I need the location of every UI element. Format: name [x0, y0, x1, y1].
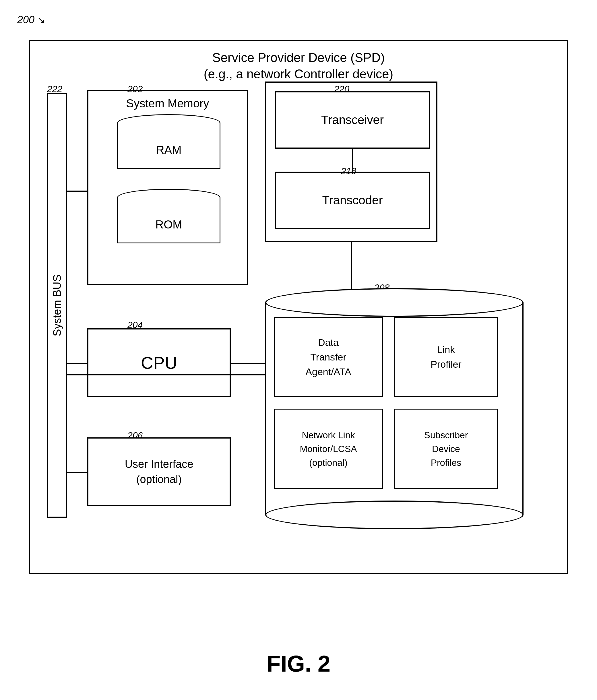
cpu-label: CPU — [141, 353, 177, 373]
ram-label: RAM — [118, 143, 220, 156]
storage-ellipse-top — [265, 288, 524, 317]
system-bus-bar: System BUS — [47, 93, 67, 518]
system-memory-box: System Memory RAM ROM — [87, 90, 248, 285]
data-transfer-box: DataTransferAgent/ATA — [274, 317, 383, 397]
main-box-title-line2: (e.g., a network Controller device) — [30, 66, 567, 82]
subscriber-device-label: SubscriberDeviceProfiles — [424, 428, 468, 470]
network-link-box: Network LinkMonitor/LCSA(optional) — [274, 409, 383, 489]
system-bus-label: System BUS — [51, 274, 64, 336]
ui-label: User Interface (optional) — [125, 457, 194, 487]
transcoder-box: Transcoder — [275, 172, 430, 229]
ram-cylinder-shape: RAM — [117, 114, 220, 177]
main-diagram-box: Service Provider Device (SPD) (e.g., a n… — [29, 40, 568, 574]
transceiver-label: Transceiver — [321, 113, 384, 127]
link-profiler-label: LinkProfiler — [430, 342, 462, 372]
transceiver-box: Transceiver — [275, 91, 430, 149]
rom-cylinder-shape: ROM — [117, 189, 220, 252]
cpu-box: CPU — [87, 328, 231, 397]
figure-ref-arrow: ↘ — [37, 15, 45, 26]
figure-caption: FIG. 2 — [0, 651, 597, 677]
rom-label: ROM — [118, 218, 220, 231]
connector-bus-to-ui — [67, 472, 87, 473]
connector-transceiver-transcoder — [352, 149, 353, 172]
main-box-title: Service Provider Device (SPD) (e.g., a n… — [30, 49, 567, 82]
system-memory-title: System Memory — [89, 97, 247, 110]
transcoder-label: Transcoder — [322, 194, 383, 207]
page: 200 ↘ Service Provider Device (SPD) (e.g… — [0, 0, 597, 700]
rom-body: ROM — [117, 197, 220, 243]
link-profiler-box: LinkProfiler — [394, 317, 498, 397]
right-outer-box: Transceiver 218 Transcoder — [265, 81, 438, 242]
network-link-label: Network LinkMonitor/LCSA(optional) — [300, 428, 357, 470]
rom-cylinder: ROM — [117, 189, 220, 252]
connector-bus-to-memory — [67, 191, 87, 192]
storage-ellipse-bottom — [265, 501, 524, 529]
connector-cpu-to-storage — [231, 363, 268, 364]
main-box-title-line1: Service Provider Device (SPD) — [30, 49, 567, 66]
subscriber-device-box: SubscriberDeviceProfiles — [394, 409, 498, 489]
connector-bus-to-cpu — [67, 363, 87, 364]
figure-reference: 200 ↘ — [17, 14, 45, 26]
ui-box: User Interface (optional) — [87, 438, 231, 506]
figure-ref-number: 200 — [17, 14, 34, 26]
ram-body: RAM — [117, 123, 220, 169]
ram-cylinder: RAM — [117, 114, 220, 177]
data-transfer-label: DataTransferAgent/ATA — [305, 335, 351, 379]
